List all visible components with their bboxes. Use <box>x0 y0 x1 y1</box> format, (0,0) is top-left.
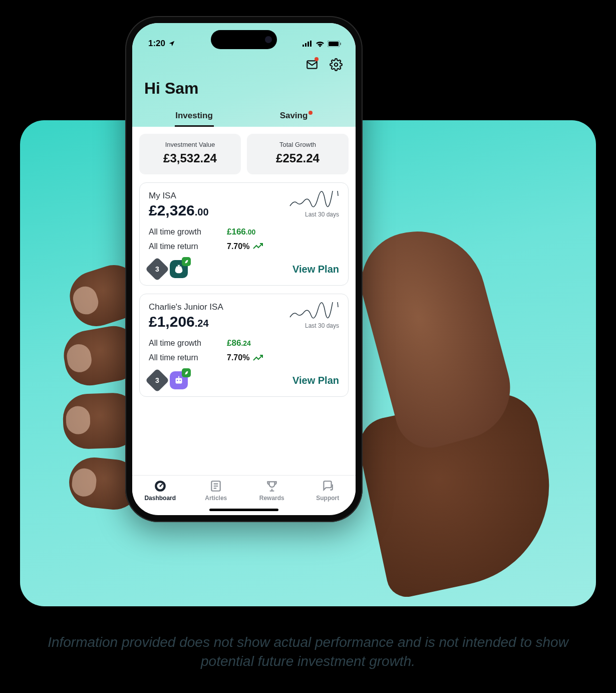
svg-rect-12 <box>178 376 179 378</box>
nav-articles[interactable]: Articles <box>188 480 244 502</box>
nav-support[interactable]: Support <box>300 480 356 502</box>
plan-name: My ISA <box>149 191 209 201</box>
dynamic-island <box>211 30 277 49</box>
svg-rect-5 <box>329 42 339 46</box>
phone-screen: 1:20 Hi Sam Inv <box>132 23 356 515</box>
growth-label: All time growth <box>149 336 219 350</box>
summary-label: Total Growth <box>252 141 344 148</box>
status-time: 1:20 <box>148 39 165 49</box>
inbox-button[interactable] <box>304 57 320 72</box>
cellular-icon <box>302 41 313 47</box>
greeting: Hi Sam <box>132 76 356 106</box>
svg-point-11 <box>179 380 181 381</box>
disclaimer-text: Information provided does not show actua… <box>30 633 586 671</box>
summary-label: Investment Value <box>144 141 236 148</box>
summary-value: £252.24 <box>252 151 344 165</box>
sparkline-icon <box>289 302 339 320</box>
summary-value: £3,532.24 <box>144 151 236 165</box>
view-plan-button[interactable]: View Plan <box>292 264 339 275</box>
gear-icon <box>330 58 343 71</box>
svg-point-8 <box>335 63 338 67</box>
return-value: 7.70% <box>227 240 263 253</box>
plan-card[interactable]: My ISA £2,326.00 Last 30 days All time g… <box>139 182 349 286</box>
eco-leaf-badge <box>182 257 191 266</box>
nav-label: Dashboard <box>144 495 176 502</box>
dashboard-icon <box>154 480 167 493</box>
plan-card[interactable]: Charlie's Junior ISA £1,206.24 Last 30 d… <box>139 294 349 397</box>
plan-balance: £2,326.00 <box>149 202 209 219</box>
svg-rect-2 <box>307 42 309 47</box>
svg-rect-1 <box>305 43 306 47</box>
investment-value-card[interactable]: Investment Value £3,532.24 <box>139 134 241 174</box>
bottom-nav: Dashboard Articles Rewards Support <box>132 475 356 504</box>
growth-value: £166.00 <box>227 225 255 240</box>
view-plan-button[interactable]: View Plan <box>292 375 339 386</box>
home-indicator[interactable] <box>209 509 278 511</box>
trend-up-icon <box>252 243 263 250</box>
nav-label: Rewards <box>259 495 284 502</box>
main-content: Investment Value £3,532.24 Total Growth … <box>132 127 356 475</box>
eco-leaf-badge <box>182 368 191 377</box>
trend-up-icon <box>252 354 263 361</box>
plan-balance: £1,206.24 <box>149 313 223 330</box>
segment-tabs: Investing Saving <box>132 106 356 127</box>
svg-point-10 <box>177 380 178 381</box>
nav-dashboard[interactable]: Dashboard <box>132 480 188 502</box>
tab-investing[interactable]: Investing <box>144 106 244 127</box>
svg-rect-6 <box>340 43 341 45</box>
wifi-icon <box>316 41 325 47</box>
location-icon <box>168 40 175 47</box>
nav-label: Articles <box>205 495 227 502</box>
sparkline-label: Last 30 days <box>289 211 339 218</box>
nav-rewards[interactable]: Rewards <box>244 480 300 502</box>
risk-badge: 3 <box>145 257 169 281</box>
support-icon <box>321 480 334 493</box>
rewards-icon <box>265 480 278 493</box>
tab-saving[interactable]: Saving <box>244 106 344 127</box>
notification-dot <box>309 111 313 115</box>
svg-rect-3 <box>310 41 312 47</box>
plan-name: Charlie's Junior ISA <box>149 302 223 312</box>
return-value: 7.70% <box>227 351 263 364</box>
risk-badge: 3 <box>145 368 169 392</box>
svg-point-15 <box>159 485 161 487</box>
sparkline-label: Last 30 days <box>289 322 339 329</box>
svg-rect-0 <box>302 45 304 47</box>
plan-type-badge <box>170 371 188 389</box>
settings-button[interactable] <box>329 57 344 72</box>
svg-rect-9 <box>176 378 182 384</box>
return-label: All time return <box>149 351 219 364</box>
phone-frame: 1:20 Hi Sam Inv <box>125 16 363 522</box>
growth-value: £86.24 <box>227 336 251 351</box>
battery-icon <box>328 41 342 47</box>
nav-label: Support <box>316 495 339 502</box>
plan-type-badge <box>170 260 188 278</box>
growth-label: All time growth <box>149 225 219 239</box>
notification-dot <box>315 57 319 61</box>
sparkline-icon <box>289 191 339 209</box>
total-growth-card[interactable]: Total Growth £252.24 <box>247 134 349 174</box>
articles-icon <box>209 480 222 493</box>
return-label: All time return <box>149 240 219 253</box>
